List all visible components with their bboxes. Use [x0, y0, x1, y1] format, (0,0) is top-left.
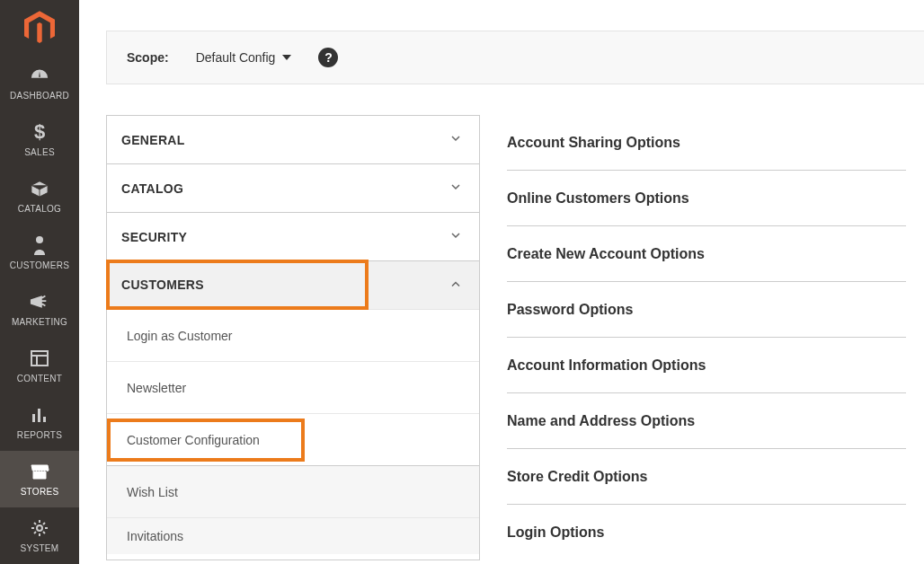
svg-point-7 — [37, 525, 42, 531]
sidebar-item-label: STORES — [4, 487, 76, 497]
scope-label: Scope: — [127, 50, 169, 65]
sidebar-item-label: CATALOG — [4, 204, 76, 214]
sub-item-label: Invitations — [127, 529, 183, 543]
customers-sub-list: Login as Customer Newsletter Customer Co… — [107, 310, 479, 554]
config-navigation: GENERAL CATALOG SECURITY CUSTOMERS Login — [106, 115, 480, 560]
svg-rect-6 — [43, 417, 46, 422]
person-icon — [4, 234, 76, 257]
setting-group-online-customers[interactable]: Online Customers Options — [507, 171, 906, 226]
dashboard-icon — [4, 64, 76, 87]
sub-item-newsletter[interactable]: Newsletter — [107, 362, 479, 414]
gear-icon — [4, 516, 76, 540]
config-section-customers[interactable]: CUSTOMERS — [107, 261, 479, 310]
setting-group-title: Store Credit Options — [507, 469, 647, 485]
chevron-up-icon — [449, 277, 463, 294]
store-icon — [4, 460, 76, 483]
sidebar-item-catalog[interactable]: CATALOG — [0, 168, 79, 225]
settings-groups: Account Sharing Options Online Customers… — [507, 115, 924, 560]
sidebar-item-label: MARKETING — [4, 317, 76, 327]
config-section-general[interactable]: GENERAL — [107, 116, 479, 164]
setting-group-title: Name and Address Options — [507, 413, 695, 429]
section-title: CATALOG — [121, 181, 183, 196]
main-content: Scope: Default Config ? GENERAL CATALOG … — [79, 0, 924, 564]
sub-item-label: Newsletter — [127, 381, 186, 395]
sub-item-customer-configuration[interactable]: Customer Configuration — [107, 414, 479, 466]
dollar-icon: $ — [4, 120, 76, 144]
setting-group-create-new-account[interactable]: Create New Account Options — [507, 226, 906, 282]
megaphone-icon — [4, 290, 76, 313]
sidebar-item-stores[interactable]: STORES — [0, 451, 79, 507]
sub-item-invitations[interactable]: Invitations — [107, 518, 479, 554]
highlight-customer-configuration: Customer Configuration — [107, 419, 305, 462]
chart-icon — [4, 403, 76, 427]
sub-item-label: Customer Configuration — [127, 433, 260, 447]
sidebar-item-reports[interactable]: REPORTS — [0, 394, 79, 451]
setting-group-password[interactable]: Password Options — [507, 282, 906, 338]
setting-group-login[interactable]: Login Options — [507, 505, 906, 560]
svg-rect-4 — [32, 414, 35, 422]
scope-select[interactable]: Default Config — [196, 50, 292, 65]
setting-group-account-information[interactable]: Account Information Options — [507, 338, 906, 393]
setting-group-account-sharing[interactable]: Account Sharing Options — [507, 115, 906, 171]
scope-value: Default Config — [196, 50, 276, 65]
setting-group-title: Online Customers Options — [507, 190, 689, 207]
sidebar-item-customers[interactable]: CUSTOMERS — [0, 225, 79, 281]
sidebar-item-dashboard[interactable]: DASHBOARD — [0, 55, 79, 111]
chevron-down-icon — [449, 180, 463, 197]
layout-icon — [4, 347, 76, 370]
scope-bar: Scope: Default Config ? — [106, 31, 924, 84]
sidebar-item-label: CUSTOMERS — [4, 260, 76, 270]
config-section-catalog[interactable]: CATALOG — [107, 164, 479, 213]
sidebar-item-content[interactable]: CONTENT — [0, 338, 79, 394]
config-section-security[interactable]: SECURITY — [107, 213, 479, 261]
chevron-down-icon — [449, 131, 463, 148]
admin-sidebar: DASHBOARD $ SALES CATALOG CUSTOMERS MARK… — [0, 0, 79, 564]
sidebar-item-marketing[interactable]: MARKETING — [0, 281, 79, 338]
highlight-customers: CUSTOMERS — [106, 260, 369, 310]
section-title: GENERAL — [121, 133, 185, 147]
box-icon — [4, 177, 76, 200]
setting-group-title: Account Information Options — [507, 357, 706, 374]
setting-group-name-address[interactable]: Name and Address Options — [507, 393, 906, 449]
sub-item-label: Wish List — [127, 485, 178, 499]
magento-logo-icon — [24, 11, 55, 45]
setting-group-title: Login Options — [507, 524, 604, 541]
magento-logo[interactable] — [0, 0, 79, 55]
setting-group-title: Account Sharing Options — [507, 135, 680, 151]
sidebar-item-label: SYSTEM — [4, 543, 76, 553]
sub-item-login-as-customer[interactable]: Login as Customer — [107, 310, 479, 362]
chevron-down-icon — [449, 228, 463, 245]
svg-rect-5 — [38, 409, 40, 422]
sub-item-label: Login as Customer — [127, 329, 233, 343]
setting-group-title: Password Options — [507, 302, 633, 318]
sidebar-item-system[interactable]: SYSTEM — [0, 507, 79, 564]
sidebar-item-label: DASHBOARD — [4, 91, 76, 101]
sidebar-item-label: CONTENT — [4, 374, 76, 383]
sidebar-item-label: SALES — [4, 147, 76, 157]
sidebar-item-sales[interactable]: $ SALES — [0, 111, 79, 168]
svg-point-0 — [36, 236, 43, 243]
sidebar-item-label: REPORTS — [4, 430, 76, 440]
section-title: SECURITY — [121, 230, 187, 244]
setting-group-title: Create New Account Options — [507, 246, 705, 262]
section-title: CUSTOMERS — [121, 278, 204, 292]
sub-item-wish-list[interactable]: Wish List — [107, 466, 479, 518]
setting-group-store-credit[interactable]: Store Credit Options — [507, 449, 906, 505]
help-icon[interactable]: ? — [318, 48, 338, 67]
svg-rect-1 — [31, 351, 48, 366]
caret-down-icon — [282, 55, 291, 60]
